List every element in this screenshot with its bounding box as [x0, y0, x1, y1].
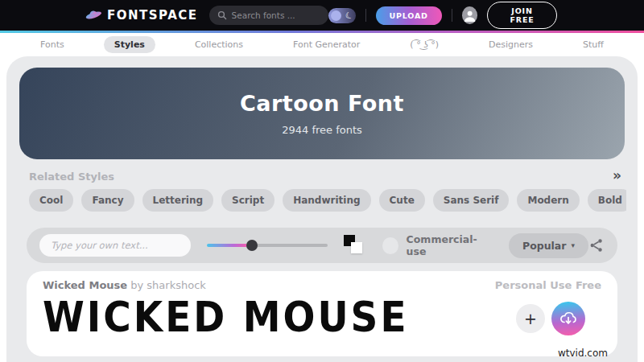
chevron-right-icon[interactable]: » — [613, 169, 621, 183]
main-content: Cartoon Font 2944 free fonts Related Sty… — [6, 56, 638, 362]
nav-tab-stuff[interactable]: Stuff — [572, 36, 614, 53]
nav-tab-fonts[interactable]: Fonts — [30, 36, 75, 53]
chip-sans-serif[interactable]: Sans Serif — [433, 189, 510, 212]
search-input[interactable] — [232, 10, 320, 20]
chip-lettering[interactable]: Lettering — [142, 189, 214, 212]
logo-wordmark: FONTSPACE — [107, 8, 198, 23]
commercial-use-toggle[interactable] — [382, 237, 398, 254]
search-icon — [217, 8, 227, 23]
divider — [365, 9, 366, 22]
fontspace-logo[interactable]: FONTSPACE — [85, 8, 198, 23]
font-preview-text[interactable]: WICKED MOUSE — [43, 293, 526, 340]
font-name-link[interactable]: Wicked Mouse — [43, 279, 127, 291]
watermark: wtvid.com — [558, 348, 608, 359]
slider-handle[interactable] — [246, 240, 258, 251]
chip-bold[interactable]: Bold — [588, 189, 626, 212]
color-picker-swatches[interactable] — [344, 235, 363, 256]
dark-mode-toggle[interactable]: ☾ — [328, 8, 356, 23]
search-bar[interactable] — [209, 6, 328, 25]
nav-tab-styles[interactable]: Styles — [104, 36, 155, 53]
chip-handwriting[interactable]: Handwriting — [283, 189, 370, 212]
font-author[interactable]: by sharkshock — [130, 279, 206, 291]
avatar[interactable] — [462, 6, 477, 24]
saucer-icon — [85, 8, 102, 23]
hero-banner: Cartoon Font 2944 free fonts — [19, 68, 625, 159]
chip-cool[interactable]: Cool — [29, 189, 73, 212]
font-card: Wicked Mouse by sharkshock Personal Use … — [27, 271, 617, 356]
cloud-download-icon — [559, 309, 578, 328]
commercial-use-label: Commercial-use — [407, 233, 491, 257]
add-to-collection-button[interactable]: + — [516, 304, 545, 333]
chip-script[interactable]: Script — [221, 189, 275, 212]
background-color-swatch[interactable] — [351, 242, 362, 253]
sort-dropdown[interactable]: Popular ▾ — [509, 233, 588, 258]
person-icon — [462, 6, 477, 24]
commercial-use-filter[interactable]: Commercial-use — [382, 233, 491, 257]
main-nav: Fonts Styles Collections Font Generator … — [0, 33, 644, 56]
preview-toolbar: Commercial-use Popular ▾ — [27, 228, 617, 263]
nav-tab-collections[interactable]: Collections — [184, 36, 254, 53]
slider-track — [207, 244, 328, 247]
upload-button[interactable]: UPLOAD — [376, 6, 442, 25]
related-style-chips: Cool Fancy Lettering Script Handwriting … — [29, 189, 626, 212]
font-size-slider[interactable] — [207, 240, 328, 251]
sort-label: Popular — [522, 240, 566, 252]
divider — [452, 9, 452, 22]
share-icon[interactable] — [588, 237, 605, 253]
nav-tab-font-generator[interactable]: Font Generator — [283, 36, 370, 53]
chip-modern[interactable]: Modern — [517, 189, 579, 212]
page-title: Cartoon Font — [240, 91, 404, 116]
moon-icon: ☾ — [344, 10, 354, 21]
font-title-line: Wicked Mouse by sharkshock — [43, 279, 206, 291]
join-free-button[interactable]: JOIN FREE — [487, 2, 557, 29]
chip-cute[interactable]: Cute — [379, 189, 425, 212]
nav-tab-emoticons[interactable]: ( ͡° ͜ʖ ͡°) — [399, 36, 449, 53]
header: FONTSPACE ☾ UPLOAD JOIN FREE — [0, 0, 644, 31]
custom-text-input[interactable] — [39, 234, 191, 257]
license-badge: Personal Use Free — [495, 279, 601, 291]
toggle-knob — [331, 10, 341, 21]
related-styles-heading: Related Styles — [29, 171, 114, 183]
chip-fancy[interactable]: Fancy — [81, 189, 134, 212]
caret-down-icon: ▾ — [571, 241, 575, 249]
download-button[interactable] — [551, 302, 585, 335]
nav-tab-designers[interactable]: Designers — [478, 36, 543, 53]
font-count: 2944 free fonts — [282, 124, 362, 136]
